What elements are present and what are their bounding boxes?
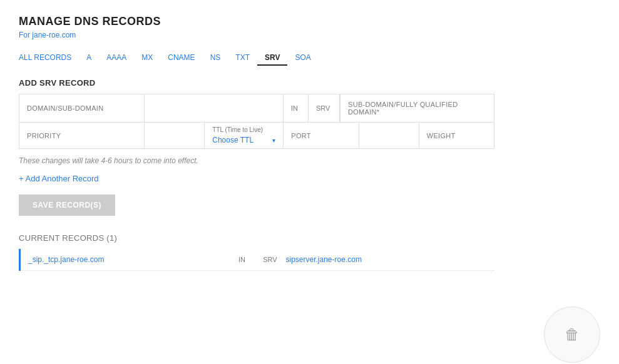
record-domain: _sip._tcp.jane-roe.com: [28, 255, 230, 264]
tab-a[interactable]: A: [79, 49, 99, 66]
in-label: IN: [284, 94, 309, 122]
port-label: PORT: [284, 123, 359, 148]
add-another-record-link[interactable]: + Add Another Record: [19, 174, 99, 183]
page-title: MANAGE DNS RECORDS: [19, 15, 600, 28]
current-records-table: _sip._tcp.jane-roe.com IN SRV sipserver.…: [19, 249, 494, 271]
port-input-cell: [359, 123, 419, 148]
add-section-header: ADD SRV RECORD: [19, 78, 600, 88]
record-subdomain: sipserver.jane-roe.com: [286, 255, 488, 264]
tab-soa[interactable]: SOA: [287, 49, 318, 66]
form-row-1: DOMAIN/SUB-DOMAIN IN SRV SUB-DOMAIN/FULL…: [19, 94, 494, 123]
tab-srv[interactable]: SRV: [257, 49, 287, 66]
tab-aaaa[interactable]: AAAA: [99, 49, 134, 66]
form-row-2: PRIORITY TTL (Time to Live) Choose TTL30…: [19, 123, 494, 148]
srv-type-label: SRV: [309, 94, 340, 122]
tab-all-records[interactable]: ALL RECORDS: [19, 49, 79, 66]
notice-text: These changes will take 4-6 hours to com…: [19, 156, 600, 165]
record-type: SRV: [255, 256, 286, 263]
tab-cname[interactable]: CNAME: [160, 49, 202, 66]
domain-link[interactable]: For jane-roe.com: [19, 31, 600, 39]
priority-input-cell: [145, 123, 205, 148]
trash-icon: 🗑: [565, 326, 580, 343]
ttl-cell: TTL (Time to Live) Choose TTL300 (5 min)…: [205, 123, 284, 148]
tab-txt[interactable]: TXT: [228, 49, 257, 66]
add-record-form: DOMAIN/SUB-DOMAIN IN SRV SUB-DOMAIN/FULL…: [19, 94, 494, 149]
ttl-select[interactable]: Choose TTL300 (5 min)600 (10 min)900 (15…: [212, 136, 270, 144]
table-row: _sip._tcp.jane-roe.com IN SRV sipserver.…: [21, 249, 494, 271]
chevron-down-icon: ▾: [272, 137, 275, 144]
domain-input[interactable]: [145, 104, 283, 113]
priority-input[interactable]: [145, 131, 204, 140]
tab-ns[interactable]: NS: [203, 49, 228, 66]
current-records-header: CURRENT RECORDS (1): [19, 233, 600, 243]
priority-label: PRIORITY: [19, 123, 145, 148]
save-records-button[interactable]: SAVE RECORD(S): [19, 195, 115, 216]
record-in: IN: [230, 256, 255, 263]
tab-mx[interactable]: MX: [134, 49, 160, 66]
ttl-label: TTL (Time to Live): [212, 126, 275, 133]
weight-label: WEIGHT: [419, 123, 494, 148]
port-input[interactable]: [359, 131, 419, 140]
domain-label: DOMAIN/SUB-DOMAIN: [19, 94, 145, 122]
delete-record-button[interactable]: 🗑: [544, 306, 600, 363]
domain-input-cell: [145, 94, 284, 122]
ttl-select-wrapper: Choose TTL300 (5 min)600 (10 min)900 (15…: [212, 136, 275, 144]
tabs-nav: ALL RECORDS A AAAA MX CNAME NS TXT SRV S…: [19, 49, 600, 66]
subdomain-label: SUB-DOMAIN/FULLY QUALIFIED DOMAIN*: [340, 94, 494, 122]
